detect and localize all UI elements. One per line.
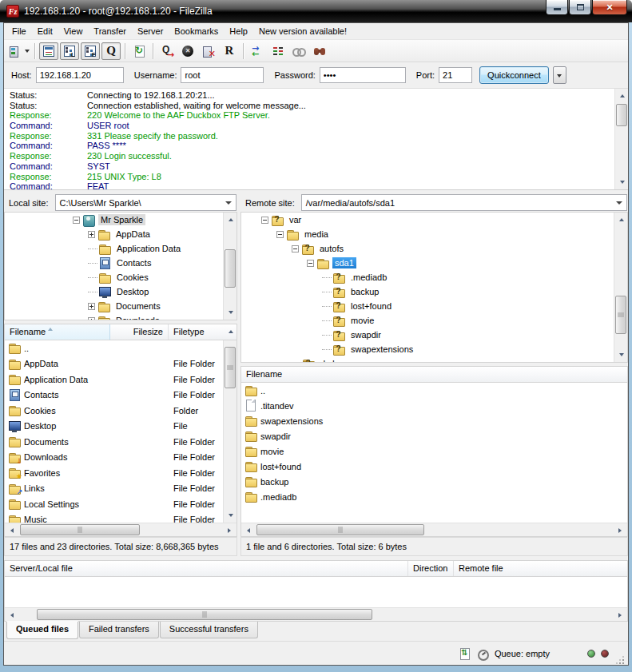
tree-item[interactable]: ?swapdir (241, 328, 627, 342)
directory-listing-button[interactable] (268, 42, 288, 60)
collapse-icon[interactable] (292, 245, 299, 252)
scroll-left-button[interactable] (5, 523, 18, 537)
scroll-down-button[interactable] (224, 306, 237, 320)
collapse-icon[interactable] (307, 260, 314, 267)
scroll-left-button[interactable] (241, 523, 255, 537)
tree-item[interactable]: sda1 (241, 256, 627, 270)
toggle-local-tree-button[interactable]: L (60, 42, 79, 60)
tree-item-label[interactable]: Application Data (114, 243, 183, 254)
table-row[interactable]: movie (241, 443, 627, 459)
scroll-down-button[interactable] (224, 509, 237, 523)
scrollbar-thumb[interactable] (37, 609, 372, 620)
scroll-right-button[interactable] (223, 523, 237, 537)
tree-item[interactable]: ?swapextensions (241, 342, 627, 356)
table-row[interactable]: .titandev (241, 398, 627, 413)
close-button[interactable]: ✕ (592, 0, 627, 15)
synchronized-browsing-button[interactable] (289, 42, 308, 60)
tree-item[interactable]: Cookies (5, 270, 237, 284)
queue-horizontal-scrollbar[interactable] (5, 607, 627, 621)
tree-item-label[interactable]: autofs (317, 243, 346, 254)
tree-item[interactable]: ?backup (241, 284, 627, 299)
tree-item[interactable]: Mr Sparkle (5, 213, 237, 227)
column-header-remote-file[interactable]: Remote file (454, 561, 627, 576)
quickconnect-button[interactable]: Quickconnect (479, 66, 549, 84)
expand-icon[interactable] (88, 317, 95, 321)
expand-icon[interactable] (88, 231, 95, 238)
remote-site-combobox[interactable]: /var/media/autofs/sda1 (301, 194, 627, 211)
cancel-button[interactable] (178, 42, 197, 60)
column-header-server-local-file[interactable]: Server/Local file (5, 561, 408, 576)
tree-item-label[interactable]: swapextensions (348, 344, 415, 355)
table-row[interactable]: .. (5, 340, 237, 356)
scroll-down-button[interactable] (614, 348, 628, 362)
process-queue-button[interactable] (157, 42, 177, 60)
tree-item-label[interactable]: Mr Sparkle (98, 214, 145, 225)
scroll-left-button[interactable] (5, 608, 18, 622)
menu-item-bookmarks[interactable]: Bookmarks (169, 24, 224, 38)
quickconnect-dropdown-button[interactable] (553, 66, 566, 84)
table-row[interactable]: ↗LinksFile Folder (5, 481, 237, 497)
local-list-vertical-scrollbar[interactable] (223, 340, 237, 523)
tree-item[interactable]: media (241, 227, 627, 241)
tree-item-label[interactable]: swapdir (348, 329, 384, 340)
table-row[interactable]: swapextensions (241, 413, 627, 428)
table-row[interactable]: AppDataFile Folder (5, 356, 237, 372)
menu-item-edit[interactable]: Edit (32, 24, 58, 38)
site-manager-button[interactable] (8, 42, 30, 60)
column-header-filesize[interactable]: Filesize (110, 324, 169, 340)
scroll-up-button[interactable] (224, 213, 237, 226)
tree-item-label[interactable]: media (302, 229, 331, 240)
scrollbar-thumb[interactable] (615, 296, 626, 334)
tree-item[interactable]: Documents (5, 299, 237, 313)
table-row[interactable]: MusicFile Folder (5, 512, 237, 523)
column-header-filename[interactable]: Filename (241, 367, 627, 382)
tree-item-label[interactable]: AppData (113, 229, 153, 240)
table-row[interactable]: ↓DownloadsFile Folder (5, 450, 237, 466)
collapse-icon[interactable] (276, 231, 284, 238)
tree-item-label[interactable]: var (287, 214, 304, 225)
table-row[interactable]: swapdir (241, 428, 627, 443)
tree-item[interactable]: ?lost+found (241, 299, 627, 313)
tree-item[interactable]: ?autofs (241, 241, 627, 256)
tree-item[interactable]: ?var (241, 213, 627, 227)
scrollbar-thumb[interactable] (225, 249, 236, 288)
table-row[interactable]: .mediadb (241, 489, 627, 504)
log-vertical-scrollbar[interactable] (614, 89, 628, 189)
table-row[interactable]: ContactsFile Folder (5, 388, 237, 404)
find-files-button[interactable] (310, 42, 329, 60)
column-header-direction[interactable]: Direction (408, 561, 454, 576)
expand-icon[interactable] (88, 303, 95, 310)
menu-item-new-version-available[interactable]: New version available! (253, 24, 352, 38)
port-input[interactable] (439, 67, 472, 83)
tab-failed-transfers[interactable]: Failed transfers (79, 622, 159, 638)
title-bar[interactable]: Fz 192.168.1.20 - root@192.168.1.20 - Fi… (0, 0, 632, 22)
scrollbar-thumb[interactable] (256, 524, 424, 535)
disconnect-button[interactable] (199, 42, 218, 60)
menu-item-help[interactable]: Help (224, 24, 253, 38)
tree-item-label[interactable]: sda1 (332, 257, 356, 268)
table-row[interactable]: ★FavoritesFile Folder (5, 465, 237, 481)
collapse-icon[interactable] (261, 217, 268, 224)
collapse-icon[interactable] (73, 217, 80, 224)
table-row[interactable]: lost+found (241, 459, 627, 474)
scrollbar-thumb[interactable] (616, 104, 627, 126)
scroll-down-button[interactable] (615, 176, 628, 189)
maximize-button[interactable] (569, 0, 591, 15)
tree-item-label[interactable]: Cookies (114, 272, 151, 283)
tree-item-label[interactable]: Desktop (114, 286, 151, 297)
toggle-message-log-button[interactable] (39, 42, 58, 60)
compare-directories-button[interactable] (248, 42, 267, 60)
tree-item[interactable]: ?movie (241, 313, 627, 328)
remote-list-horizontal-scrollbar[interactable] (241, 523, 627, 536)
menu-item-server[interactable]: Server (132, 24, 169, 38)
tree-item[interactable]: ?dvd (241, 356, 627, 363)
tree-item-label[interactable]: lost+found (348, 300, 394, 312)
tree-item[interactable]: ↓Downloads (5, 313, 237, 320)
tab-queued-files[interactable]: Queued files (6, 622, 78, 639)
tree-item[interactable]: Application Data (5, 241, 237, 256)
table-row[interactable]: Application DataFile Folder (5, 372, 237, 388)
local-site-combobox[interactable]: C:\Users\Mr Sparkle\ (55, 194, 237, 211)
tree-item-label[interactable]: movie (348, 315, 376, 326)
tree-item-label[interactable]: backup (348, 286, 381, 297)
host-input[interactable] (36, 67, 124, 83)
